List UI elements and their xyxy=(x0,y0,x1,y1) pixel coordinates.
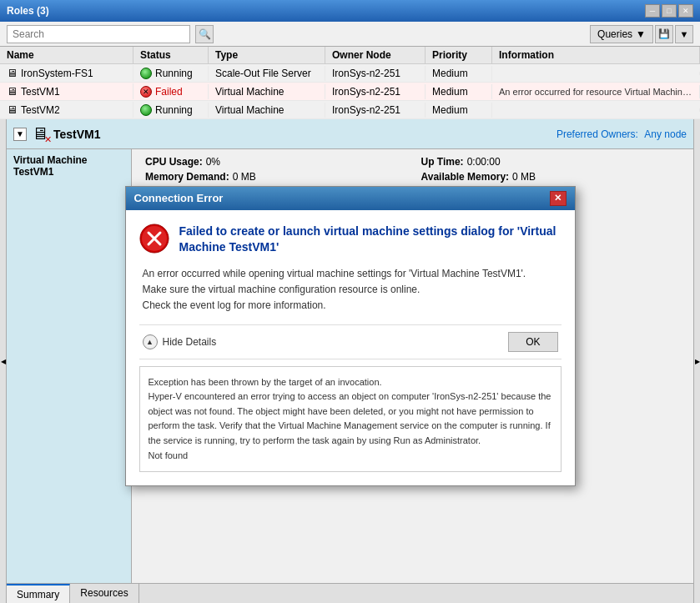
row-owner-testvm2: IronSys-n2-251 xyxy=(325,103,426,118)
save-button[interactable]: 💾 xyxy=(655,25,673,43)
more-button[interactable]: ▼ xyxy=(675,25,693,43)
dialog-message-line1: An error occurred while opening virtual … xyxy=(143,266,562,282)
status-dot-running2 xyxy=(140,104,152,116)
dialog-close-button[interactable]: ✕ xyxy=(550,191,567,206)
search-icon: 🔍 xyxy=(199,28,211,40)
dialog-body: Failed to create or launch virtual machi… xyxy=(126,210,575,485)
row-owner-testvm1: IronSys-n2-251 xyxy=(325,84,426,99)
hide-details-button[interactable]: ▲ Hide Details xyxy=(143,334,217,349)
col-header-priority: Priority xyxy=(426,47,492,63)
dialog-header: Failed to create or launch virtual machi… xyxy=(139,224,562,256)
row-icon-testvm1: 🖥 xyxy=(7,85,18,98)
ok-button[interactable]: OK xyxy=(508,332,557,352)
status-dot-running xyxy=(140,68,152,79)
row-info-ironsystem xyxy=(492,72,700,75)
dialog-title-bar: Connection Error ✕ xyxy=(126,187,575,210)
dialog-message-line3: Check the event log for more information… xyxy=(143,298,562,314)
maximize-button[interactable]: □ xyxy=(662,4,677,18)
dialog-actions: ▲ Hide Details OK xyxy=(139,324,562,359)
queries-label: Queries xyxy=(597,28,632,40)
dialog-details: Exception has been thrown by the target … xyxy=(139,366,562,473)
title-bar-controls: ─ □ ✕ xyxy=(645,4,693,18)
row-name-ironsystem: 🖥 IronSystem-FS1 xyxy=(0,65,133,81)
col-header-info: Information xyxy=(492,47,700,63)
table-header: Name Status Type Owner Node Priority Inf… xyxy=(0,47,700,64)
roles-table: Name Status Type Owner Node Priority Inf… xyxy=(0,47,700,119)
col-header-status: Status xyxy=(133,47,209,63)
row-status-testvm2: Running xyxy=(133,103,209,118)
row-icon-ironsystem: 🖥 xyxy=(7,67,18,79)
minimize-button[interactable]: ─ xyxy=(645,4,660,18)
toolbar: 🔍 Queries ▼ 💾 ▼ xyxy=(0,22,700,47)
table-row[interactable]: 🖥 TestVM1 ✕ Failed Virtual Machine IronS… xyxy=(0,83,700,101)
middle-area: ◀ ▼ 🖥 ✕ TestVM1 Preferred Owners: Any no… xyxy=(0,119,700,603)
row-priority-testvm1: Medium xyxy=(426,84,492,99)
row-status-testvm1: ✕ Failed xyxy=(133,84,209,99)
col-header-name: Name xyxy=(0,47,133,63)
queries-button[interactable]: Queries ▼ xyxy=(590,25,653,43)
row-type-ironsystem: Scale-Out File Server xyxy=(209,66,325,81)
row-type-testvm2: Virtual Machine xyxy=(209,103,325,118)
dialog-overlay: Connection Error ✕ xyxy=(0,119,700,603)
row-name-testvm1: 🖥 TestVM1 xyxy=(0,83,133,99)
dialog-message-line2: Make sure the virtual machine configurat… xyxy=(143,282,562,298)
toolbar-right: Queries ▼ 💾 ▼ xyxy=(590,25,693,43)
row-name-testvm2: 🖥 TestVM2 xyxy=(0,102,133,118)
dialog-message: An error occurred while opening virtual … xyxy=(139,266,562,314)
row-priority-ironsystem: Medium xyxy=(426,66,492,81)
error-icon xyxy=(139,224,169,254)
col-header-owner: Owner Node xyxy=(325,47,426,63)
search-input[interactable] xyxy=(7,25,190,43)
row-priority-testvm2: Medium xyxy=(426,103,492,118)
table-row[interactable]: 🖥 TestVM2 Running Virtual Machine IronSy… xyxy=(0,101,700,119)
connection-error-dialog: Connection Error ✕ xyxy=(125,186,576,486)
dialog-error-title: Failed to create or launch virtual machi… xyxy=(179,224,562,256)
table-row[interactable]: 🖥 IronSystem-FS1 Running Scale-Out File … xyxy=(0,64,700,83)
search-button[interactable]: 🔍 xyxy=(195,25,214,43)
title-bar: Roles (3) ─ □ ✕ xyxy=(0,0,700,22)
queries-dropdown-icon: ▼ xyxy=(636,28,646,40)
row-status-ironsystem: Running xyxy=(133,66,209,81)
row-info-testvm1: An error occurred for resource Virtual M… xyxy=(492,85,700,98)
row-info-testvm2 xyxy=(492,108,700,112)
row-type-testvm1: Virtual Machine xyxy=(209,84,325,99)
dialog-title: Connection Error xyxy=(134,192,224,204)
row-icon-testvm2: 🖥 xyxy=(7,103,18,116)
title-bar-text: Roles (3) xyxy=(7,5,49,17)
close-button[interactable]: ✕ xyxy=(678,4,693,18)
chevron-up-icon: ▲ xyxy=(143,334,158,349)
col-header-type: Type xyxy=(209,47,325,63)
hide-details-label: Hide Details xyxy=(163,336,217,348)
status-dot-failed: ✕ xyxy=(140,86,152,98)
main-window: Roles (3) ─ □ ✕ 🔍 Queries ▼ 💾 ▼ Name Sta… xyxy=(0,0,700,603)
row-owner-ironsystem: IronSys-n2-251 xyxy=(325,66,426,81)
